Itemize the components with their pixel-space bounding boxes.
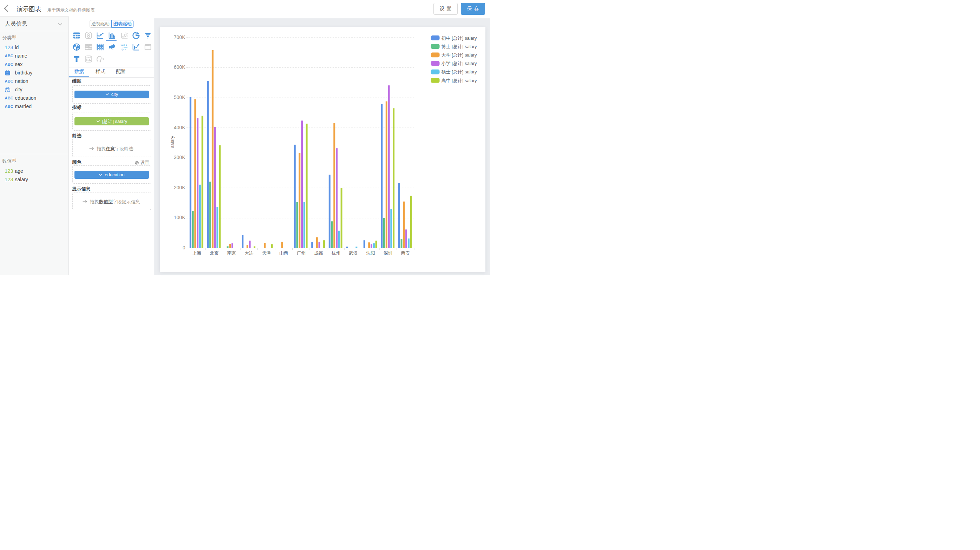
svg-text:0: 0 (183, 245, 186, 250)
svg-text:400K: 400K (174, 125, 186, 130)
svg-text:深圳: 深圳 (383, 251, 392, 256)
svg-text:山西: 山西 (279, 251, 288, 256)
svg-text:agile Bi: agile Bi (121, 49, 126, 51)
svg-text:600K: 600K (174, 64, 186, 70)
svg-text:西安: 西安 (401, 251, 410, 256)
svg-text:武汉: 武汉 (348, 251, 358, 256)
svg-text:成都: 成都 (314, 251, 323, 256)
svg-text:初中 [总计] salary: 初中 [总计] salary (442, 35, 477, 41)
svg-text:签: 签 (126, 45, 127, 46)
svg-text:300K: 300K (174, 154, 186, 160)
svg-text:博士 [总计] salary: 博士 [总计] salary (442, 44, 477, 49)
svg-text:高中 [总计] salary: 高中 [总计] salary (442, 78, 477, 83)
svg-text:硕士 [总计] salary: 硕士 [总计] salary (441, 69, 477, 75)
svg-text:北京: 北京 (210, 251, 219, 256)
svg-text:沈阳: 沈阳 (366, 251, 375, 256)
svg-text:100K: 100K (174, 215, 186, 220)
svg-text:word: word (121, 44, 124, 46)
svg-text:salary: salary (170, 135, 175, 148)
svg-text:南京: 南京 (227, 251, 236, 256)
svg-text:200K: 200K (174, 185, 186, 190)
svg-text:500K: 500K (174, 94, 186, 100)
svg-text:杭州: 杭州 (331, 251, 340, 256)
svg-text:大学 [总计] salary: 大学 [总计] salary (442, 52, 477, 57)
svg-text:小学 [总计] salary: 小学 [总计] salary (441, 61, 477, 66)
svg-text:广州: 广州 (297, 251, 305, 256)
svg-text:cloud: cloud (123, 47, 127, 49)
svg-text:700K: 700K (174, 34, 186, 40)
svg-text:大连: 大连 (245, 251, 254, 256)
svg-text:天津: 天津 (262, 251, 271, 256)
svg-text:上海: 上海 (192, 251, 202, 256)
